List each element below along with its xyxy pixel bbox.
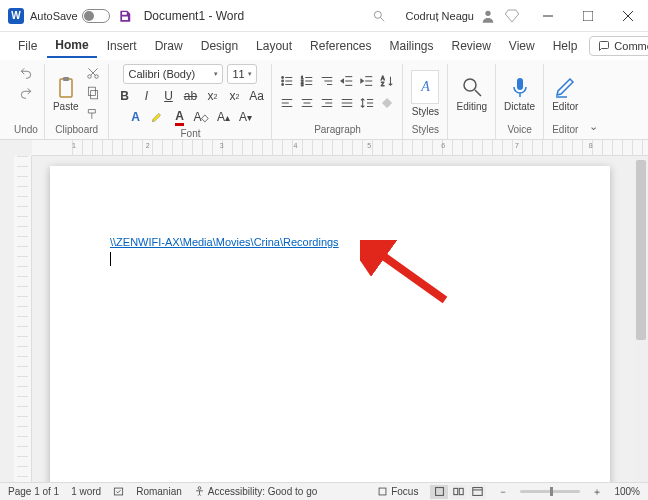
font-name-combo[interactable]: Calibri (Body)▾ [123, 64, 223, 84]
dictate-button[interactable]: Dictate [502, 73, 537, 114]
maximize-button[interactable] [568, 0, 608, 32]
status-word-count[interactable]: 1 word [71, 486, 101, 497]
search-icon[interactable] [372, 9, 386, 23]
group-clipboard-label: Clipboard [55, 122, 98, 139]
svg-point-2 [485, 10, 490, 15]
status-language[interactable]: Romanian [136, 486, 182, 497]
word-app-icon: W [8, 8, 24, 24]
chevron-down-icon: ▾ [214, 70, 218, 78]
align-center-button[interactable] [298, 94, 316, 112]
hyperlink-network-path[interactable]: \\ZENWIFI-AX\Media\Movies\Crina\Recordin… [110, 236, 339, 248]
zoom-out-button[interactable]: － [498, 485, 508, 499]
svg-rect-4 [583, 11, 593, 21]
vertical-ruler[interactable] [14, 156, 32, 482]
text-effects-button[interactable]: A [126, 108, 144, 126]
focus-label: Focus [391, 486, 418, 497]
svg-point-15 [282, 80, 284, 82]
zoom-slider[interactable] [520, 490, 580, 493]
close-button[interactable] [608, 0, 648, 32]
bullets-button[interactable] [278, 72, 296, 90]
tab-help[interactable]: Help [545, 35, 586, 57]
sort-button[interactable]: AZ [378, 72, 396, 90]
redo-button[interactable] [17, 84, 35, 102]
zoom-level[interactable]: 100% [614, 486, 640, 497]
account-user[interactable]: Codruț Neagu [406, 8, 497, 24]
justify-button[interactable] [338, 94, 356, 112]
tab-insert[interactable]: Insert [99, 35, 145, 57]
user-name: Codruț Neagu [406, 10, 475, 22]
vertical-scrollbar[interactable] [634, 156, 648, 482]
print-layout-view-button[interactable] [430, 485, 448, 499]
font-size-combo[interactable]: 11▾ [227, 64, 257, 84]
subscript-button[interactable]: x2 [203, 87, 221, 105]
change-case-button[interactable]: Aa [247, 87, 265, 105]
clear-formatting-button[interactable]: A◇ [192, 108, 210, 126]
status-accessibility[interactable]: Accessibility: Good to go [194, 486, 318, 497]
highlight-button[interactable] [148, 108, 166, 126]
scrollbar-thumb[interactable] [636, 160, 646, 340]
align-left-button[interactable] [278, 94, 296, 112]
font-size-value: 11 [232, 68, 244, 80]
format-painter-button[interactable] [84, 104, 102, 122]
shrink-font-button[interactable]: A▾ [236, 108, 254, 126]
tab-draw[interactable]: Draw [147, 35, 191, 57]
minimize-button[interactable] [528, 0, 568, 32]
grow-font-button[interactable]: A▴ [214, 108, 232, 126]
toggle-off-icon[interactable] [82, 9, 110, 23]
document-canvas[interactable]: \\ZENWIFI-AX\Media\Movies\Crina\Recordin… [32, 156, 634, 482]
strikethrough-button[interactable]: ab [181, 87, 199, 105]
read-mode-view-button[interactable] [449, 485, 467, 499]
group-editor-label: Editor [552, 122, 578, 139]
editor-btn-label: Editor [552, 101, 578, 112]
decrease-indent-button[interactable] [338, 72, 356, 90]
document-page[interactable]: \\ZENWIFI-AX\Media\Movies\Crina\Recordin… [50, 166, 610, 482]
editing-btn-label: Editing [456, 101, 487, 112]
svg-point-17 [282, 84, 284, 86]
text-cursor [110, 252, 111, 266]
multilevel-list-button[interactable] [318, 72, 336, 90]
tab-home[interactable]: Home [47, 34, 96, 58]
zoom-in-button[interactable]: ＋ [592, 485, 602, 499]
editing-button[interactable]: Editing [454, 73, 489, 114]
window-title: Document1 - Word [144, 9, 244, 23]
bold-button[interactable]: B [115, 87, 133, 105]
copy-button[interactable] [84, 84, 102, 102]
underline-button[interactable]: U [159, 87, 177, 105]
tab-design[interactable]: Design [193, 35, 246, 57]
increase-indent-button[interactable] [358, 72, 376, 90]
align-right-button[interactable] [318, 94, 336, 112]
cut-button[interactable] [84, 64, 102, 82]
line-spacing-button[interactable] [358, 94, 376, 112]
autosave-toggle[interactable]: AutoSave [30, 9, 110, 23]
font-color-button[interactable]: A [170, 108, 188, 126]
paste-label: Paste [53, 101, 79, 112]
tab-layout[interactable]: Layout [248, 35, 300, 57]
tab-view[interactable]: View [501, 35, 543, 57]
undo-button[interactable] [17, 64, 35, 82]
styles-button[interactable]: A Styles [409, 68, 441, 119]
svg-rect-61 [459, 488, 463, 494]
svg-line-1 [380, 17, 384, 21]
comment-icon [598, 40, 610, 52]
tab-references[interactable]: References [302, 35, 379, 57]
shading-button[interactable] [378, 94, 396, 112]
focus-mode-button[interactable]: Focus [377, 486, 418, 497]
italic-button[interactable]: I [137, 87, 155, 105]
paste-button[interactable]: Paste [51, 73, 81, 114]
clipboard-icon [54, 75, 78, 99]
superscript-button[interactable]: x2 [225, 87, 243, 105]
collapse-ribbon-button[interactable]: ⌄ [586, 64, 600, 139]
horizontal-ruler[interactable]: 1 2 3 4 5 6 7 8 9 [32, 140, 648, 156]
tab-file[interactable]: File [10, 35, 45, 57]
editor-button[interactable]: Editor [550, 73, 580, 114]
web-layout-view-button[interactable] [468, 485, 486, 499]
chevron-down-icon: ▾ [248, 70, 252, 78]
premium-diamond-icon[interactable] [504, 8, 520, 24]
comments-button[interactable]: Comments ▾ [589, 36, 648, 56]
status-spellcheck[interactable] [113, 486, 124, 497]
save-icon[interactable] [118, 9, 132, 23]
tab-mailings[interactable]: Mailings [381, 35, 441, 57]
numbering-button[interactable]: 123 [298, 72, 316, 90]
status-page[interactable]: Page 1 of 1 [8, 486, 59, 497]
tab-review[interactable]: Review [444, 35, 499, 57]
